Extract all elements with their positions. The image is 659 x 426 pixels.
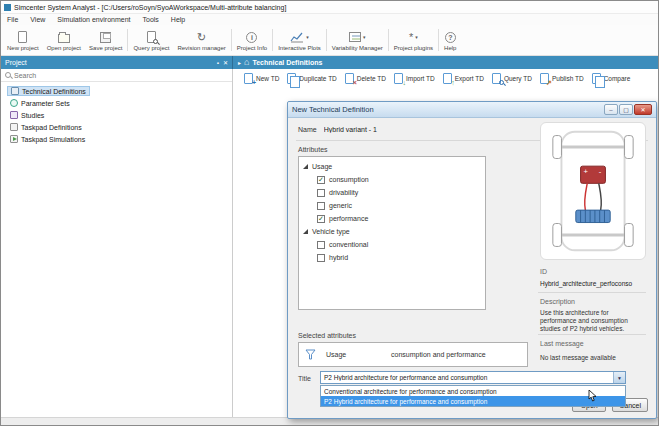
checkbox-drivability[interactable]: [317, 189, 325, 197]
selected-attributes-label: Selected attributes: [298, 332, 356, 339]
revision-manager-button[interactable]: ↻ Revision manager: [173, 25, 229, 55]
architecture-preview-image: + -: [540, 122, 646, 260]
title-combobox[interactable]: P2 Hybrid architecture for performance a…: [320, 371, 626, 384]
maximize-icon[interactable]: ▢: [619, 104, 633, 115]
publish-td-button[interactable]: Publish TD: [540, 73, 584, 84]
checkbox-conventional[interactable]: [317, 241, 325, 249]
tab-technical-definitions[interactable]: Technical Definitions: [252, 59, 322, 66]
attribute-label: conventional: [329, 241, 368, 248]
attribute-drivability[interactable]: drivability: [317, 186, 483, 199]
compare-icon: [592, 73, 601, 84]
query-td-icon: [492, 73, 501, 84]
name-field[interactable]: [324, 126, 454, 133]
checkbox-consumption[interactable]: [317, 176, 325, 184]
attribute-label: drivability: [329, 189, 358, 196]
search-input[interactable]: [14, 72, 194, 79]
dialog-body: Name Attributes Usage consumption drivab…: [288, 118, 656, 418]
chevron-down-icon[interactable]: ▾: [363, 34, 366, 40]
toolbar-separator: [127, 29, 128, 51]
attribute-consumption[interactable]: consumption: [317, 173, 483, 186]
export-td-button[interactable]: Export TD: [443, 73, 484, 84]
attribute-group-usage[interactable]: Usage: [301, 160, 483, 173]
menu-file[interactable]: File: [1, 16, 24, 23]
project-info-icon: i: [246, 32, 257, 43]
import-td-button[interactable]: Import TD: [394, 73, 435, 84]
query-project-button[interactable]: Query project: [129, 25, 173, 55]
open-project-icon: [58, 34, 70, 43]
toolbar-separator: [231, 29, 232, 51]
id-value: Hybrid_architecture_perfoconso: [540, 280, 632, 287]
save-project-icon: [100, 32, 111, 43]
open-project-button[interactable]: Open project: [43, 25, 85, 55]
menu-tools[interactable]: Tools: [136, 16, 164, 23]
divider: [538, 292, 646, 293]
project-plugins-button[interactable]: * ▾ Project plugins: [390, 25, 437, 55]
duplicate-td-button[interactable]: Duplicate TD: [287, 73, 336, 84]
query-td-button[interactable]: Query TD: [492, 73, 532, 84]
interactive-plots-button[interactable]: ▾ Interactive Plots: [274, 25, 325, 55]
dropdown-option-p2-hybrid[interactable]: P2 Hybrid architecture for performance a…: [321, 396, 625, 406]
dropdown-arrow-icon[interactable]: ▼: [613, 372, 625, 383]
parameter-sets-icon: [10, 99, 18, 107]
title-combobox-value: P2 Hybrid architecture for performance a…: [321, 374, 613, 381]
dialog-title-bar[interactable]: New Technical Definition ‒ ▢ ✕: [288, 102, 656, 118]
selected-attributes-box: Usage consumption and performance: [298, 342, 528, 367]
attribute-group-label: Vehicle type: [312, 228, 350, 235]
td-button-label: Duplicate TD: [299, 75, 336, 82]
project-tree: Technical Definitions Parameter Sets Stu…: [1, 82, 232, 145]
magnifier-icon: [153, 39, 158, 44]
compare-button[interactable]: Compare: [592, 73, 631, 84]
project-info-button[interactable]: i Project Info: [233, 25, 271, 55]
close-panel-icon[interactable]: ✕: [223, 60, 228, 66]
nav-arrow-icon[interactable]: ▸: [238, 59, 241, 66]
minimize-icon[interactable]: ‒: [604, 104, 618, 115]
attribute-conventional[interactable]: conventional: [317, 238, 483, 251]
sidebar-item-taskpad-definitions[interactable]: Taskpad Definitions: [1, 121, 232, 133]
description-label: Description: [540, 298, 575, 305]
sidebar-item-technical-definitions[interactable]: Technical Definitions: [1, 85, 232, 97]
attribute-group-vehicle-type[interactable]: Vehicle type: [301, 225, 483, 238]
checkbox-generic[interactable]: [317, 202, 325, 210]
chevron-down-icon[interactable]: ▾: [306, 34, 309, 40]
close-icon[interactable]: ✕: [634, 104, 652, 115]
attribute-performance[interactable]: performance: [317, 212, 483, 225]
export-td-icon: [443, 73, 452, 84]
sidebar-item-studies[interactable]: Studies: [1, 109, 232, 121]
attribute-generic[interactable]: generic: [317, 199, 483, 212]
help-button[interactable]: ? Help: [440, 25, 460, 55]
menu-help[interactable]: Help: [165, 16, 191, 23]
attribute-label: generic: [329, 202, 352, 209]
save-project-button[interactable]: Save project: [85, 25, 126, 55]
delete-td-icon: [345, 73, 354, 84]
query-project-icon: [147, 31, 156, 43]
attribute-group-label: Usage: [312, 163, 332, 170]
app-logo-icon: [4, 4, 11, 11]
attributes-tree: Usage consumption drivability generic pe…: [298, 156, 486, 310]
toolbar-separator: [272, 29, 273, 51]
new-technical-definition-dialog: New Technical Definition ‒ ▢ ✕ Name Attr…: [287, 101, 657, 419]
variability-manager-button[interactable]: ▾ Variability Manager: [328, 25, 387, 55]
td-button-label: Delete TD: [357, 75, 386, 82]
new-project-icon: [18, 31, 27, 43]
delete-td-button[interactable]: Delete TD: [345, 73, 386, 84]
menu-view[interactable]: View: [24, 16, 51, 23]
sidebar-item-taskpad-simulations[interactable]: Taskpad Simulations: [1, 133, 232, 145]
expand-triangle-icon[interactable]: [303, 229, 308, 234]
attribute-hybrid[interactable]: hybrid: [317, 251, 483, 264]
attribute-label: performance: [329, 215, 368, 222]
id-label: ID: [540, 268, 547, 275]
new-td-button[interactable]: New TD: [244, 73, 279, 84]
last-message-text: No last message available: [540, 354, 616, 361]
home-icon[interactable]: ⌂: [244, 58, 249, 67]
sidebar-item-parameter-sets[interactable]: Parameter Sets: [1, 97, 232, 109]
pin-panel-icon[interactable]: ▪: [217, 60, 219, 66]
expand-triangle-icon[interactable]: [303, 164, 308, 169]
title-label: Title: [298, 375, 311, 382]
checkbox-performance[interactable]: [317, 215, 325, 223]
menu-simulation-environment[interactable]: Simulation environment: [51, 16, 136, 23]
new-project-button[interactable]: New project: [3, 25, 43, 55]
checkbox-hybrid[interactable]: [317, 254, 325, 262]
chevron-down-icon[interactable]: ▾: [415, 34, 418, 40]
dropdown-option-conventional[interactable]: Conventional architecture for performanc…: [321, 386, 625, 396]
attribute-label: consumption: [329, 176, 369, 183]
